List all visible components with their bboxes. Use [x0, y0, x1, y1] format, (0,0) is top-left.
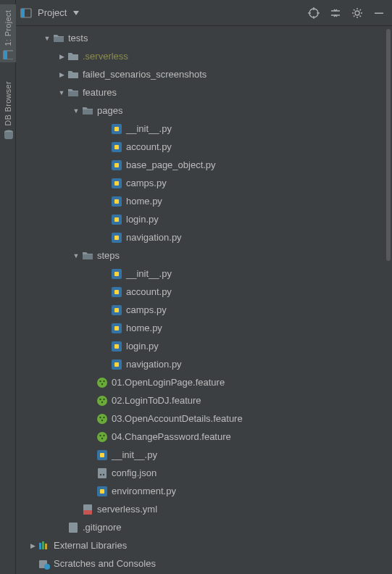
python-file-icon [110, 196, 123, 207]
python-file-icon [96, 449, 109, 461]
tree-label: External Libraries [54, 540, 127, 551]
folder-icon [67, 69, 80, 80]
project-tree: ▼ tests ▶ .serverless ▶ failed_scenarios… [16, 26, 385, 574]
tree-file[interactable]: __init__.py [16, 265, 385, 283]
folder-icon [81, 105, 94, 117]
project-window-icon [3, 49, 13, 59]
cucumber-file-icon [96, 431, 109, 443]
tree-folder-failed-screenshots[interactable]: ▶ failed_scenarios_screenshots [16, 65, 385, 83]
tree-file[interactable]: camps.py [16, 174, 385, 192]
python-file-icon [96, 486, 109, 497]
tree-file[interactable]: 02.LoginToDJ.feature [16, 391, 385, 409]
tree-file[interactable]: login.py [16, 337, 385, 355]
minimize-icon[interactable] [373, 7, 385, 19]
chevron-down-icon[interactable]: ▼ [57, 89, 67, 96]
tree-label: navigation.py [126, 232, 182, 243]
collapse-all-icon[interactable] [330, 7, 341, 19]
tree-label: config.json [112, 467, 157, 478]
chevron-right-icon[interactable]: ▶ [57, 53, 67, 60]
tree-label: Scratches and Consoles [54, 558, 156, 569]
chevron-down-icon[interactable]: ▼ [42, 35, 52, 42]
tree-folder-features[interactable]: ▼ features [16, 83, 385, 101]
chevron-right-icon[interactable]: ▶ [57, 71, 67, 78]
locate-icon[interactable] [308, 7, 320, 19]
tree-label: environment.py [112, 486, 176, 496]
tree-file-config-json[interactable]: config.json [16, 464, 385, 482]
python-file-icon [110, 178, 123, 189]
library-icon [38, 540, 51, 552]
tree-folder-tests[interactable]: ▼ tests [16, 29, 385, 47]
tree-label: 03.OpenAccountDetails.feature [112, 413, 243, 424]
database-icon [3, 129, 13, 139]
tree-label: base_page_object.py [126, 159, 216, 170]
tree-file-gitignore[interactable]: .gitignore [16, 518, 385, 536]
file-icon [67, 522, 80, 533]
python-file-icon [110, 232, 123, 244]
cucumber-file-icon [96, 395, 109, 407]
python-file-icon [110, 141, 123, 153]
tree-file[interactable]: account.py [16, 138, 385, 156]
python-file-icon [110, 304, 123, 316]
chevron-down-icon[interactable] [72, 9, 80, 17]
project-toolbar: Project [16, 0, 392, 26]
tree-file[interactable]: 01.OpenLoginPage.feature [16, 373, 385, 391]
tree-label: .gitignore [83, 522, 121, 533]
tree-label: account.py [126, 141, 172, 152]
tree-label: navigation.py [126, 359, 182, 370]
tree-file[interactable]: base_page_object.py [16, 156, 385, 174]
python-file-icon [110, 214, 123, 225]
tree-file-environment-py[interactable]: environment.py [16, 482, 385, 500]
tree-label: features [83, 87, 117, 98]
python-file-icon [110, 159, 123, 171]
tree-label: login.py [126, 214, 159, 225]
yml-file-icon [81, 504, 94, 515]
tree-label: account.py [126, 286, 172, 297]
scratch-icon [38, 558, 51, 570]
tree-label: __init__.py [112, 449, 157, 460]
tree-file[interactable]: navigation.py [16, 228, 385, 246]
tree-label: __init__.py [126, 268, 172, 279]
toolwindow-tab-project[interactable]: 1: Project [0, 4, 16, 62]
tree-file[interactable]: home.py [16, 319, 385, 337]
chevron-down-icon[interactable]: ▼ [71, 252, 81, 259]
tree-label: 02.LoginToDJ.feature [112, 395, 201, 406]
tree-label: login.py [126, 341, 159, 352]
tree-file-init[interactable]: __init__.py [16, 446, 385, 464]
tree-scratches[interactable]: Scratches and Consoles [16, 554, 385, 573]
tree-label: home.py [126, 323, 162, 333]
gear-icon[interactable] [351, 7, 363, 19]
tree-file[interactable]: home.py [16, 192, 385, 210]
tree-label: tests [68, 33, 88, 43]
tree-folder-serverless[interactable]: ▶ .serverless [16, 47, 385, 65]
cucumber-file-icon [96, 377, 109, 388]
tree-label: failed_scenarios_screenshots [83, 69, 207, 80]
chevron-down-icon[interactable]: ▼ [71, 107, 81, 115]
tree-file[interactable]: login.py [16, 210, 385, 228]
tree-file[interactable]: navigation.py [16, 355, 385, 373]
python-file-icon [110, 323, 123, 334]
folder-icon [81, 250, 94, 262]
folder-icon [67, 87, 80, 99]
tree-external-libraries[interactable]: ▶ External Libraries [16, 536, 385, 554]
python-file-icon [110, 268, 123, 280]
tree-file[interactable]: account.py [16, 283, 385, 301]
tree-file[interactable]: 04.ChangePassword.feature [16, 428, 385, 446]
tree-label: 04.ChangePassword.feature [112, 431, 231, 442]
python-file-icon [110, 359, 123, 370]
toolwindow-tab-dbbrowser[interactable]: DB Browser [0, 72, 16, 145]
tree-label: .serverless [83, 51, 128, 62]
tree-file[interactable]: __init__.py [16, 120, 385, 138]
tree-label: home.py [126, 196, 162, 207]
tree-file-serverless-yml[interactable]: serverless.yml [16, 500, 385, 518]
tree-folder-steps[interactable]: ▼ steps [16, 246, 385, 265]
vertical-scrollbar[interactable] [386, 29, 391, 261]
project-dropdown[interactable]: Project [38, 7, 67, 18]
tree-file[interactable]: 03.OpenAccountDetails.feature [16, 409, 385, 428]
svg-marker-37 [73, 11, 79, 15]
chevron-right-icon[interactable]: ▶ [28, 542, 38, 549]
tree-file[interactable]: camps.py [16, 301, 385, 319]
tree-folder-pages[interactable]: ▼ pages [16, 101, 385, 120]
python-file-icon [110, 341, 123, 352]
folder-icon [67, 51, 80, 62]
tree-label: __init__.py [126, 123, 172, 134]
